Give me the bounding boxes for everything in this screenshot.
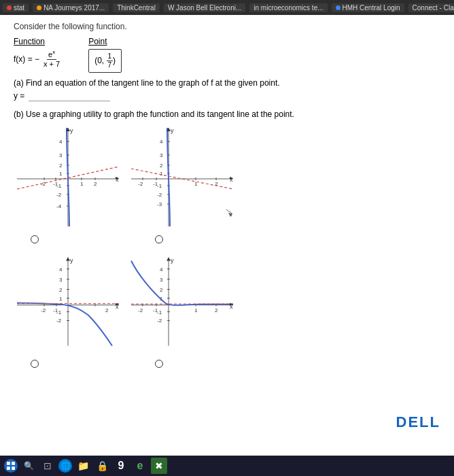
browser-button[interactable]: e	[132, 458, 148, 474]
thinkcental-label: ThinkCentral	[117, 4, 156, 12]
svg-text:y: y	[171, 127, 174, 134]
svg-text:4: 4	[160, 267, 163, 273]
svg-text:2: 2	[160, 287, 163, 293]
svg-text:-1: -1	[56, 309, 62, 316]
svg-text:3: 3	[160, 277, 163, 283]
graphs-row-2: y x -2 -1 2 4 3 2 1	[14, 249, 440, 354]
stat-label: stat	[14, 4, 24, 12]
taskbar-connect[interactable]: Connect - Class: Pri	[408, 3, 454, 12]
svg-rect-113	[7, 466, 10, 470]
taskbar-jason[interactable]: W Jason Bell Electroni...	[164, 3, 245, 12]
edge-button[interactable]: 🌐	[58, 459, 72, 473]
journeys-label: NA Journeys 2017...	[43, 4, 105, 12]
search-button[interactable]: 🔍	[20, 458, 37, 474]
taskbar-microecon[interactable]: in microeconomics te...	[249, 3, 327, 12]
answer-line: y =	[14, 90, 440, 101]
svg-text:1: 1	[59, 171, 63, 177]
stat-dot	[7, 5, 12, 10]
jason-label: W Jason Bell Electroni...	[168, 4, 241, 12]
svg-text:2: 2	[105, 307, 109, 313]
svg-text:-2: -2	[56, 318, 62, 324]
svg-text:2: 2	[59, 163, 63, 169]
page-area: Consider the following function. Functio…	[0, 15, 454, 456]
question-b: (b) Use a graphing utility to graph the …	[14, 109, 440, 119]
function-expression: f(x) = − ex x + 7	[14, 49, 61, 69]
dell-logo: DELL	[396, 413, 440, 431]
svg-text:-1: -1	[157, 183, 162, 189]
svg-text:4: 4	[59, 139, 63, 145]
svg-text:1: 1	[59, 296, 63, 302]
svg-text:-2: -2	[138, 181, 143, 187]
lock-button[interactable]: 🔒	[94, 458, 110, 474]
svg-text:-1: -1	[56, 183, 62, 189]
svg-text:2: 2	[59, 287, 63, 293]
taskbar-thinkcental[interactable]: ThinkCentral	[113, 3, 160, 12]
taskbar-stat[interactable]: stat	[3, 3, 29, 12]
fraction: ex x + 7	[42, 49, 61, 69]
radio-1[interactable]	[31, 235, 39, 243]
task-view-button[interactable]: ⊡	[39, 458, 56, 474]
svg-text:1: 1	[160, 171, 163, 177]
svg-text:4: 4	[160, 139, 163, 145]
app-9-button[interactable]: 9	[113, 458, 129, 474]
microecon-label: in microeconomics te...	[254, 4, 323, 12]
question-a: (a) Find an equation of the tangent line…	[14, 78, 440, 88]
main-content: Consider the following function. Functio…	[0, 15, 454, 456]
svg-text:-2: -2	[157, 192, 162, 198]
svg-text:-3: -3	[157, 201, 162, 207]
close-x-button[interactable]: ✖	[151, 458, 167, 474]
point-col: Point (0, 1 7 )	[88, 37, 122, 73]
function-table: Function f(x) = − ex x + 7 Point (0, 1 7…	[14, 37, 440, 73]
point-value: (0, 1 7 )	[88, 49, 122, 73]
graph-3: y x -2 -1 2 4 3 2 1	[14, 249, 122, 354]
svg-text:1: 1	[80, 181, 84, 187]
graph-1-svg: y x -2 -1 1 2 4 3	[14, 124, 122, 230]
graph-2: y x -2 -1 1 2 4 3 2	[128, 124, 237, 230]
file-explorer-button[interactable]: 📁	[75, 458, 91, 474]
svg-text:-2: -2	[41, 307, 46, 313]
function-header: Function	[14, 37, 61, 46]
function-col: Function f(x) = − ex x + 7	[14, 37, 61, 69]
start-button[interactable]	[4, 459, 18, 473]
svg-text:3: 3	[160, 152, 163, 158]
intro-text: Consider the following function.	[14, 22, 440, 31]
svg-text:-2: -2	[157, 318, 162, 324]
radio-2[interactable]	[155, 235, 163, 243]
numerator: ex	[47, 49, 56, 60]
svg-text:-1: -1	[157, 309, 162, 316]
answer-input[interactable]	[29, 90, 110, 101]
svg-rect-114	[12, 466, 15, 470]
svg-text:1: 1	[194, 307, 198, 313]
svg-text:-4: -4	[56, 203, 62, 209]
taskbar-hmh[interactable]: HMH Central Login	[332, 3, 404, 12]
taskbar-top: stat NA Journeys 2017... ThinkCentral W …	[0, 0, 454, 15]
taskbar-bottom: 🔍 ⊡ 🌐 📁 🔒 9 e ✖	[0, 456, 454, 476]
graph-4: y x -2 -1 1 2 4 3 2	[128, 249, 237, 354]
svg-text:2: 2	[94, 181, 97, 187]
answer-label: y =	[14, 91, 24, 101]
svg-text:y: y	[70, 257, 73, 264]
svg-text:2: 2	[160, 163, 163, 169]
taskbar-journeys[interactable]: NA Journeys 2017...	[33, 3, 109, 12]
svg-text:y: y	[171, 257, 174, 264]
svg-text:-2: -2	[56, 192, 62, 198]
graph-2-svg: y x -2 -1 1 2 4 3 2	[128, 124, 237, 230]
radio-3[interactable]	[31, 360, 39, 368]
svg-text:y: y	[70, 127, 73, 134]
fx-prefix: f(x) = −	[14, 54, 39, 64]
denominator: x + 7	[42, 60, 61, 69]
svg-text:3: 3	[59, 277, 63, 283]
radio-4[interactable]	[155, 360, 163, 368]
graph-3-svg: y x -2 -1 2 4 3 2 1	[14, 249, 122, 354]
svg-rect-111	[7, 462, 10, 465]
svg-text:-2: -2	[138, 307, 143, 313]
svg-text:4: 4	[59, 267, 63, 273]
graph-1: y x -2 -1 1 2 4 3	[14, 124, 122, 230]
point-header: Point	[88, 37, 122, 46]
graphs-row-1: y x -2 -1 1 2 4 3	[14, 124, 440, 230]
graph-4-svg: y x -2 -1 1 2 4 3 2	[128, 249, 237, 354]
svg-text:2: 2	[215, 307, 218, 313]
svg-rect-112	[12, 462, 15, 465]
hmh-label: HMH Central Login	[343, 4, 400, 12]
connect-label: Connect - Class: Pri	[413, 4, 454, 12]
